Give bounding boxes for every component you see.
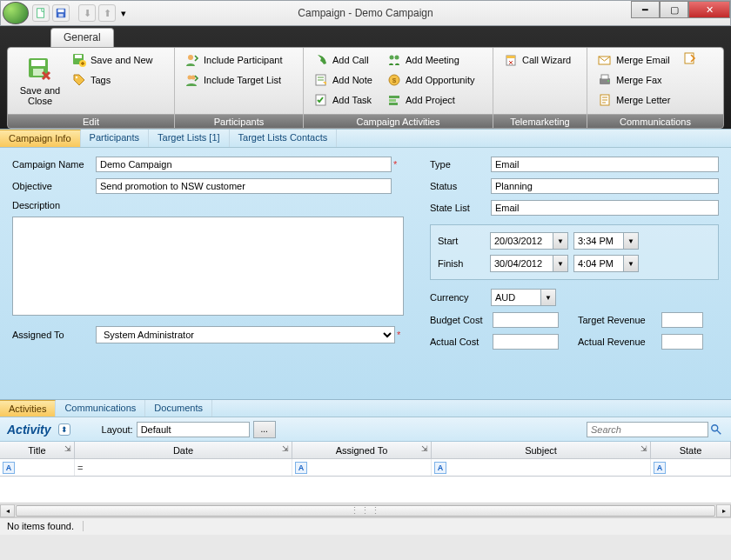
close-button[interactable]: ✕ bbox=[688, 1, 730, 18]
scroll-left-button[interactable]: ◂ bbox=[0, 504, 15, 517]
filter-text-icon[interactable]: A bbox=[654, 462, 666, 474]
filter-text-icon[interactable]: A bbox=[3, 462, 15, 474]
include-participant-button[interactable]: Include Participant bbox=[182, 51, 286, 69]
svg-point-30 bbox=[712, 424, 718, 430]
col-subject[interactable]: Subject⇲ bbox=[432, 442, 651, 458]
filter-text-icon[interactable]: A bbox=[434, 462, 446, 474]
svg-rect-3 bbox=[58, 14, 63, 17]
tab-target-lists-contacts[interactable]: Target Lists Contacts bbox=[230, 130, 338, 147]
attach-icon[interactable] bbox=[682, 51, 696, 65]
expand-icon[interactable]: ⬍ bbox=[58, 423, 70, 436]
add-task-button[interactable]: Add Task bbox=[311, 91, 382, 109]
input-description[interactable] bbox=[12, 217, 404, 316]
add-opportunity-button[interactable]: $Add Opportunity bbox=[384, 71, 479, 89]
filter-eq[interactable]: = bbox=[77, 463, 83, 473]
pin-icon: ⇲ bbox=[282, 444, 289, 453]
merge-letter-button[interactable]: Merge Letter bbox=[594, 91, 674, 109]
input-campaign-name[interactable] bbox=[96, 157, 392, 172]
col-date[interactable]: Date⇲ bbox=[75, 442, 292, 458]
chevron-down-icon[interactable]: ▼ bbox=[624, 255, 639, 272]
app-orb-icon[interactable] bbox=[3, 2, 29, 24]
input-status[interactable] bbox=[491, 178, 719, 194]
layout-select[interactable] bbox=[137, 422, 250, 437]
tab-target-lists[interactable]: Target Lists [1] bbox=[149, 130, 230, 147]
required-mark: * bbox=[393, 159, 397, 170]
col-state[interactable]: State bbox=[651, 442, 731, 458]
save-and-close-button[interactable]: Save and Close bbox=[13, 51, 67, 110]
save-new-icon bbox=[72, 53, 86, 67]
chevron-down-icon[interactable]: ▼ bbox=[553, 232, 568, 250]
call-wizard-button[interactable]: Call Wizard bbox=[500, 51, 574, 69]
phone-icon bbox=[314, 53, 328, 67]
qat-up-arrow-icon[interactable]: ⬆ bbox=[98, 4, 116, 22]
save-close-label: Save and Close bbox=[18, 85, 62, 106]
campaign-form: Campaign Name * Objective Description As… bbox=[0, 148, 731, 400]
start-date-picker[interactable]: ▼ bbox=[490, 232, 568, 250]
tab-participants[interactable]: Participants bbox=[81, 130, 149, 147]
input-budget-cost[interactable] bbox=[493, 312, 559, 328]
label-actual-revenue: Actual Revenue bbox=[578, 337, 661, 347]
ribbon: General Save and Close Save and New Tags bbox=[0, 26, 731, 129]
tab-communications[interactable]: Communications bbox=[56, 400, 145, 417]
save-and-new-button[interactable]: Save and New bbox=[69, 51, 157, 69]
input-state-list[interactable] bbox=[491, 200, 719, 216]
svg-text:$: $ bbox=[392, 77, 397, 84]
svg-rect-20 bbox=[389, 96, 399, 98]
tab-activities[interactable]: Activities bbox=[0, 400, 56, 417]
finish-date-picker[interactable]: ▼ bbox=[490, 255, 568, 272]
chevron-down-icon[interactable]: ▼ bbox=[624, 232, 639, 250]
qat-down-arrow-icon[interactable]: ⬇ bbox=[78, 4, 96, 22]
horizontal-scrollbar[interactable]: ◂ ⋮⋮⋮ ▸ bbox=[0, 503, 731, 517]
filter-text-icon[interactable]: A bbox=[295, 462, 307, 474]
qat-save-icon[interactable] bbox=[52, 4, 70, 22]
svg-rect-8 bbox=[75, 55, 82, 58]
input-actual-revenue[interactable] bbox=[661, 334, 703, 350]
scroll-thumb[interactable]: ⋮⋮⋮ bbox=[16, 505, 715, 517]
merge-email-button[interactable]: Merge Email bbox=[594, 51, 674, 69]
email-icon bbox=[598, 53, 612, 67]
currency-picker[interactable]: ▼ bbox=[491, 289, 556, 306]
add-note-button[interactable]: Add Note bbox=[311, 71, 382, 89]
lower-tabs: Activities Communications Documents bbox=[0, 400, 731, 417]
select-assigned-to[interactable]: System Administrator bbox=[96, 326, 395, 343]
tab-campaign-info[interactable]: Campaign Info bbox=[0, 130, 81, 147]
note-icon bbox=[314, 73, 328, 87]
add-call-button[interactable]: Add Call bbox=[311, 51, 382, 69]
start-time-picker[interactable]: ▼ bbox=[573, 232, 639, 250]
titlebar: ⬇ ⬆ ▾ Campaign - Demo Campaign ━ ▢ ✕ bbox=[0, 0, 731, 26]
qat-new-icon[interactable] bbox=[32, 4, 50, 22]
add-project-button[interactable]: Add Project bbox=[384, 91, 479, 109]
input-objective[interactable] bbox=[96, 178, 392, 194]
campaign-subtabs: Campaign Info Participants Target Lists … bbox=[0, 129, 731, 148]
finish-time-picker[interactable]: ▼ bbox=[573, 255, 639, 272]
group-label-participants: Participants bbox=[175, 114, 303, 128]
chevron-down-icon[interactable]: ▼ bbox=[553, 255, 568, 272]
tags-button[interactable]: Tags bbox=[69, 71, 157, 89]
ribbon-tab-general[interactable]: General bbox=[50, 28, 114, 47]
input-target-revenue[interactable] bbox=[661, 312, 703, 328]
chevron-down-icon[interactable]: ▼ bbox=[541, 289, 556, 306]
col-assigned-to[interactable]: Assigned To⇲ bbox=[292, 442, 432, 458]
svg-rect-21 bbox=[389, 99, 396, 102]
col-title[interactable]: Title⇲ bbox=[0, 442, 75, 458]
search-input[interactable] bbox=[587, 422, 708, 437]
label-assigned-to: Assigned To bbox=[12, 330, 96, 340]
fax-icon bbox=[598, 73, 612, 87]
merge-fax-button[interactable]: Merge Fax bbox=[594, 71, 674, 89]
search-icon[interactable] bbox=[708, 421, 724, 438]
svg-rect-22 bbox=[389, 103, 398, 105]
qat-dropdown-icon[interactable]: ▾ bbox=[118, 4, 129, 22]
add-meeting-button[interactable]: Add Meeting bbox=[384, 51, 479, 69]
layout-dd-button[interactable]: ... bbox=[253, 421, 276, 438]
maximize-button[interactable]: ▢ bbox=[660, 1, 688, 18]
svg-rect-26 bbox=[601, 75, 608, 79]
minimize-button[interactable]: ━ bbox=[631, 1, 660, 18]
input-actual-cost[interactable] bbox=[493, 334, 559, 350]
scroll-right-button[interactable]: ▸ bbox=[716, 504, 731, 517]
include-target-list-button[interactable]: Include Target List bbox=[182, 71, 286, 89]
svg-point-17 bbox=[395, 56, 399, 60]
ribbon-body: Save and Close Save and New Tags Edit bbox=[7, 47, 724, 129]
activity-bar: Activity ⬍ Layout: ... bbox=[0, 417, 731, 442]
input-type[interactable] bbox=[491, 157, 719, 172]
tab-documents[interactable]: Documents bbox=[145, 400, 212, 417]
